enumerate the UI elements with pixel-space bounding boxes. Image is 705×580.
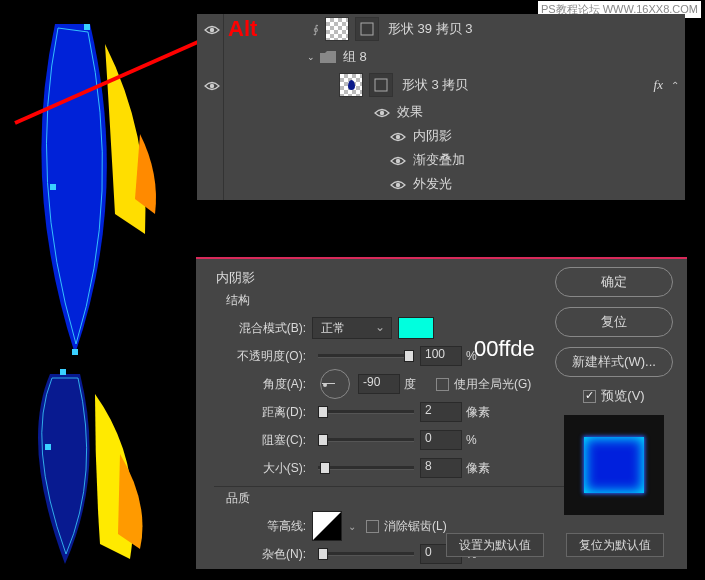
contour-picker[interactable] — [312, 511, 342, 541]
effect-item[interactable]: 内阴影 — [197, 124, 685, 148]
preview-swatch — [564, 415, 664, 515]
unit-px: 像素 — [466, 460, 498, 477]
effect-item[interactable]: 渐变叠加 — [197, 148, 685, 172]
layer-name[interactable]: 形状 39 拷贝 3 — [388, 20, 685, 38]
size-label: 大小(S): — [218, 460, 312, 477]
layer-name[interactable]: 形状 3 拷贝 — [402, 76, 654, 94]
mask-thumbnail[interactable] — [355, 17, 379, 41]
choke-input[interactable]: 0 — [420, 430, 462, 450]
angle-dial[interactable] — [320, 369, 350, 399]
choke-slider[interactable] — [318, 438, 414, 442]
antialias-label: 消除锯齿(L) — [384, 518, 447, 535]
reset-default-button[interactable]: 复位为默认值 — [566, 533, 664, 557]
svg-rect-2 — [50, 184, 56, 190]
noise-slider[interactable] — [318, 552, 414, 556]
mask-thumbnail[interactable] — [369, 73, 393, 97]
effects-header[interactable]: 效果 — [197, 100, 685, 124]
angle-input[interactable]: -90 — [358, 374, 400, 394]
svg-rect-3 — [72, 349, 78, 355]
group-row[interactable]: ⌄ 组 8 — [197, 44, 685, 70]
color-swatch[interactable] — [398, 317, 434, 339]
unit-px: 像素 — [466, 404, 498, 421]
antialias-checkbox[interactable] — [366, 520, 379, 533]
color-hex-annotation: 00ffde — [474, 336, 535, 362]
blend-mode-label: 混合模式(B): — [218, 320, 312, 337]
blend-mode-select[interactable]: 正常 — [312, 317, 392, 339]
effects-label: 效果 — [397, 103, 423, 121]
layer-thumbnail[interactable] — [325, 17, 349, 41]
make-default-button[interactable]: 设置为默认值 — [446, 533, 544, 557]
svg-rect-11 — [375, 79, 387, 91]
svg-rect-4 — [60, 369, 66, 375]
new-style-button[interactable]: 新建样式(W)... — [555, 347, 673, 377]
global-light-checkbox[interactable] — [436, 378, 449, 391]
layer-row[interactable]: ∮ 形状 39 拷贝 3 — [197, 14, 685, 44]
svg-point-15 — [396, 183, 400, 187]
visibility-icon[interactable] — [203, 22, 221, 37]
visibility-icon[interactable] — [373, 105, 391, 120]
layer-thumbnail[interactable] — [339, 73, 363, 97]
document-preview — [10, 4, 183, 574]
group-name[interactable]: 组 8 — [343, 48, 367, 66]
size-input[interactable]: 8 — [420, 458, 462, 478]
opacity-label: 不透明度(O): — [218, 348, 312, 365]
folder-icon — [319, 50, 337, 64]
svg-point-14 — [396, 159, 400, 163]
noise-label: 杂色(N): — [218, 546, 312, 563]
cancel-button[interactable]: 复位 — [555, 307, 673, 337]
angle-label: 角度(A): — [218, 376, 312, 393]
svg-point-8 — [210, 28, 214, 32]
unit-degree: 度 — [404, 376, 436, 393]
visibility-icon[interactable] — [389, 177, 407, 192]
global-light-label: 使用全局光(G) — [454, 376, 531, 393]
distance-input[interactable]: 2 — [420, 402, 462, 422]
visibility-icon[interactable] — [389, 129, 407, 144]
opacity-slider[interactable] — [318, 354, 414, 358]
svg-rect-9 — [361, 23, 373, 35]
layers-panel: ∮ 形状 39 拷贝 3 ⌄ 组 8 形状 3 拷贝 fx ⌃ 效果 内阴影 渐… — [197, 14, 685, 200]
svg-point-12 — [380, 111, 384, 115]
svg-rect-5 — [45, 444, 51, 450]
svg-point-13 — [396, 135, 400, 139]
effect-item[interactable]: 外发光 — [197, 172, 685, 196]
alt-label: Alt — [228, 16, 257, 42]
svg-point-10 — [210, 84, 214, 88]
distance-label: 距离(D): — [218, 404, 312, 421]
effect-name: 内阴影 — [413, 127, 452, 145]
caret-up-icon[interactable]: ⌃ — [671, 80, 679, 91]
dialog-buttons: 确定 复位 新建样式(W)... 预览(V) — [555, 267, 673, 515]
visibility-icon[interactable] — [203, 78, 221, 93]
layer-style-dialog: 内阴影 结构 混合模式(B): 正常 不透明度(O): 100 % 角度(A):… — [196, 257, 687, 569]
caret-down-icon[interactable]: ⌄ — [348, 521, 356, 532]
layer-row[interactable]: 形状 3 拷贝 fx ⌃ — [197, 70, 685, 100]
preview-checkbox[interactable] — [583, 390, 596, 403]
contour-label: 等高线: — [218, 518, 312, 535]
svg-rect-1 — [84, 24, 90, 30]
size-slider[interactable] — [318, 466, 414, 470]
effect-name: 渐变叠加 — [413, 151, 465, 169]
visibility-icon[interactable] — [389, 153, 407, 168]
effect-name: 外发光 — [413, 175, 452, 193]
link-icon: ∮ — [313, 23, 319, 36]
choke-label: 阻塞(C): — [218, 432, 312, 449]
ok-button[interactable]: 确定 — [555, 267, 673, 297]
unit-percent: % — [466, 433, 498, 447]
preview-label: 预览(V) — [601, 387, 644, 405]
caret-down-icon[interactable]: ⌄ — [307, 52, 315, 62]
fx-badge[interactable]: fx — [654, 77, 663, 93]
opacity-input[interactable]: 100 — [420, 346, 462, 366]
distance-slider[interactable] — [318, 410, 414, 414]
